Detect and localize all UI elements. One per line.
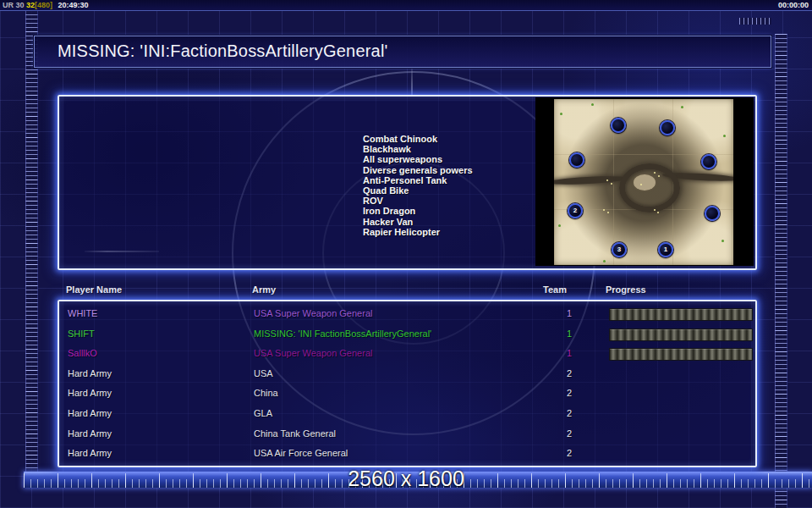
- left-ruler-strip: [25, 10, 38, 472]
- feature-item: Anti-Personel Tank: [363, 175, 473, 185]
- progress-bar: [609, 329, 753, 341]
- spot-number: 2: [569, 205, 581, 217]
- player-name: SalllkO: [68, 344, 97, 364]
- start-spot: [701, 154, 716, 169]
- feature-item: ROV: [363, 196, 473, 206]
- start-spot: [569, 152, 584, 168]
- player-team: 2: [557, 444, 582, 464]
- feature-item: Quad Bike: [363, 185, 473, 196]
- map-supply-dot: [657, 212, 659, 213]
- spot-number: 3: [613, 244, 625, 256]
- player-name: Hard Army: [68, 444, 112, 464]
- system-clock: 20:49:30: [58, 1, 89, 9]
- progress-bar: [609, 308, 753, 321]
- player-army: USA Air Force General: [254, 444, 348, 464]
- start-spot: [705, 206, 720, 221]
- player-team: 1: [557, 304, 582, 324]
- map-center-island: [634, 174, 656, 190]
- column-header-progress: Progress: [606, 284, 646, 295]
- feature-item: Rapier Helicopter: [363, 227, 473, 237]
- player-team: 2: [557, 404, 582, 424]
- player-row: Hard Army USA Air Force General 2: [59, 444, 755, 464]
- progress-bar: [609, 348, 753, 361]
- map-resource-dot: [681, 106, 683, 108]
- player-army: USA: [254, 364, 273, 384]
- player-team: 2: [557, 384, 582, 404]
- player-team: 1: [557, 344, 582, 364]
- feature-item: Combat Chinook: [363, 134, 473, 144]
- map-resource-dot: [603, 260, 606, 262]
- loadscreen-title: MISSING: 'INI:FactionBossArtilleryGenera…: [35, 36, 771, 65]
- player-row: Hard Army China Tank General 2: [59, 424, 755, 444]
- match-timer: 00:00:00: [778, 0, 809, 10]
- player-row: Hard Army China 2: [59, 384, 755, 404]
- loadscreen-title-bar: MISSING: 'INI:FactionBossArtilleryGenera…: [34, 36, 771, 68]
- player-name: Hard Army: [68, 424, 112, 444]
- map-resource-dot: [721, 240, 724, 242]
- player-name: WHITE: [68, 304, 97, 324]
- right-ruler-strip: [775, 34, 787, 508]
- map-resource-dot: [560, 113, 562, 115]
- player-name: Hard Army: [68, 404, 112, 424]
- fps-counter: 32: [26, 1, 35, 9]
- feature-item: Iron Dragon: [363, 206, 473, 216]
- map-river: [554, 174, 628, 185]
- map-supply-dot: [606, 179, 608, 181]
- player-team: 1: [557, 324, 582, 345]
- minimap-panel: 2 3 1: [535, 97, 754, 266]
- player-name: Hard Army: [68, 364, 112, 384]
- start-spot: [660, 120, 675, 135]
- player-name: Hard Army: [68, 384, 112, 404]
- map-supply-dot: [654, 172, 656, 174]
- map-supply-dot: [640, 184, 642, 185]
- player-army: USA Super Weapon General: [254, 304, 372, 324]
- top-right-ruler-strip: [739, 18, 771, 25]
- player-name: SHIFT: [68, 324, 95, 345]
- debug-readout: UR 30 32[480] 20:49:30: [3, 0, 89, 10]
- table-header: Player Name Army Team Progress: [58, 284, 756, 298]
- column-header-army: Army: [252, 284, 276, 295]
- map-supply-dot: [611, 183, 612, 185]
- player-army: China Tank General: [254, 424, 336, 444]
- player-army: MISSING: 'INI FactionBossArtilleryGenera…: [254, 324, 431, 345]
- map-resource-dot: [558, 224, 561, 227]
- feature-item: Diverse generals powers: [363, 165, 473, 175]
- player-team: 2: [557, 424, 582, 444]
- player-army: GLA: [254, 404, 272, 424]
- player-row: WHITE USA Super Weapon General 1: [59, 304, 755, 324]
- player-team: 2: [557, 364, 582, 384]
- resolution-label: 2560 x 1600: [279, 467, 533, 490]
- start-spot: 2: [568, 203, 583, 218]
- player-army: USA Super Weapon General: [254, 344, 372, 364]
- player-row: SalllkO USA Super Weapon General 1: [59, 344, 755, 364]
- player-row: Hard Army GLA 2: [59, 404, 755, 424]
- minimap: 2 3 1: [554, 99, 733, 265]
- map-supply-dot: [603, 209, 605, 211]
- column-header-player-name: Player Name: [66, 284, 122, 295]
- start-spot: 3: [612, 242, 627, 257]
- feature-list: Combat Chinook Blackhawk All superweapon…: [363, 134, 473, 237]
- status-bar: UR 30 32[480] 20:49:30 00:00:00: [0, 0, 812, 11]
- start-spot: 1: [658, 242, 673, 257]
- map-supply-dot: [658, 175, 660, 177]
- map-supply-dot: [654, 209, 656, 211]
- crosshair-top-line: [411, 68, 413, 96]
- feature-item: Hacker Van: [363, 217, 473, 227]
- briefing-panel: Combat Chinook Blackhawk All superweapon…: [58, 95, 757, 270]
- debug-label: UR 30: [3, 1, 25, 9]
- column-header-team: Team: [543, 284, 567, 295]
- map-resource-dot: [591, 103, 594, 106]
- map-supply-dot: [607, 212, 609, 213]
- start-spot: [611, 118, 626, 133]
- player-army: China: [254, 384, 278, 404]
- player-row: Hard Army USA 2: [59, 364, 755, 384]
- player-row: SHIFT MISSING: 'INI FactionBossArtillery…: [59, 324, 755, 345]
- map-resource-dot: [723, 135, 726, 137]
- spot-number: 1: [660, 244, 672, 256]
- players-table: WHITE USA Super Weapon General 1 SHIFT M…: [58, 300, 757, 467]
- feature-item: Blackhawk: [363, 144, 473, 154]
- resolution-tag: [480]: [35, 1, 52, 9]
- feature-item: All superweapons: [363, 154, 473, 164]
